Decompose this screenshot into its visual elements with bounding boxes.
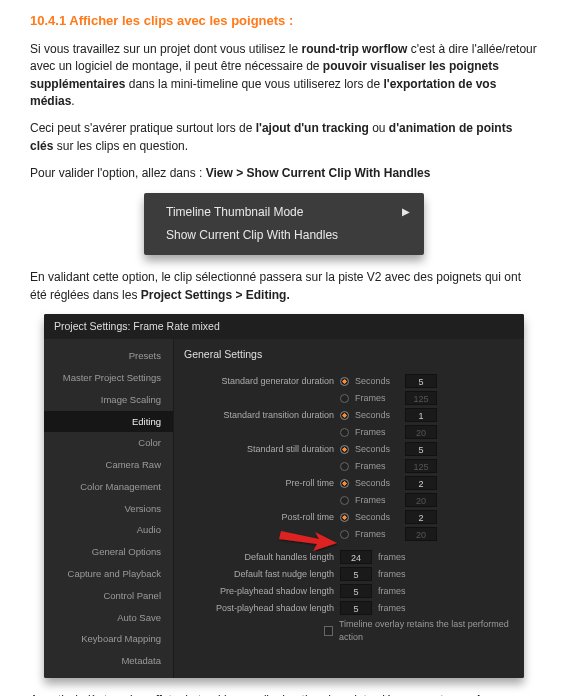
text: dans la mini-timeline que vous utilisere… — [129, 77, 384, 91]
input-std-still-seconds[interactable]: 5 — [405, 442, 437, 456]
unit-seconds: Seconds — [355, 477, 399, 490]
label-post-shadow: Post-playhead shadow length — [184, 602, 334, 615]
submenu-arrow-icon: ▶ — [402, 205, 410, 220]
unit-frames: Frames — [355, 460, 399, 473]
figure-menu-popup: Timeline Thumbnail Mode ▶ Show Current C… — [144, 193, 424, 256]
sidebar-item-color[interactable]: Color — [44, 432, 173, 454]
paragraph-1: Si vous travaillez sur un projet dont vo… — [30, 41, 538, 111]
unit-seconds: Seconds — [355, 375, 399, 388]
unit-frames: frames — [378, 551, 422, 564]
unit-frames: frames — [378, 568, 422, 581]
text: Pour valider l'option, allez dans : — [30, 166, 206, 180]
radio-seconds[interactable] — [340, 411, 349, 420]
menu-item-label: Timeline Thumbnail Mode — [166, 204, 303, 221]
sidebar-item-audio[interactable]: Audio — [44, 519, 173, 541]
menu-path: Project Settings > Editing. — [141, 288, 290, 302]
sidebar-item-control-panel[interactable]: Control Panel — [44, 585, 173, 607]
sidebar-item-camera-raw[interactable]: Camera Raw — [44, 454, 173, 476]
checkbox-timeline-overlay[interactable] — [324, 626, 333, 636]
label-std-transition: Standard transition duration — [184, 409, 334, 422]
unit-seconds: Seconds — [355, 511, 399, 524]
section-heading: 10.4.1 Afficher les clips avec les poign… — [30, 12, 538, 31]
unit-frames: frames — [378, 602, 422, 615]
radio-seconds[interactable] — [340, 445, 349, 454]
input-std-trans-seconds[interactable]: 1 — [405, 408, 437, 422]
menu-path: View > Show Current Clip With Handles — [206, 166, 431, 180]
figure-project-settings: Project Settings: Frame Rate mixed Prese… — [44, 314, 524, 678]
bold-term: l'ajout d'un tracking — [256, 121, 372, 135]
paragraph-3: Pour valider l'option, allez dans : View… — [30, 165, 538, 182]
paragraph-4: En validant cette option, le clip sélect… — [30, 269, 538, 304]
sidebar-item-metadata[interactable]: Metadata — [44, 650, 173, 672]
input-postroll-seconds[interactable]: 2 — [405, 510, 437, 524]
text: . — [71, 94, 74, 108]
radio-seconds[interactable] — [340, 377, 349, 386]
label-std-still: Standard still duration — [184, 443, 334, 456]
sidebar-item-presets[interactable]: Presets — [44, 345, 173, 367]
sidebar-item-color-management[interactable]: Color Management — [44, 476, 173, 498]
settings-section-title: General Settings — [184, 345, 514, 364]
label-pre-shadow: Pre-playhead shadow length — [184, 585, 334, 598]
sidebar-item-capture-and-playback[interactable]: Capture and Playback — [44, 563, 173, 585]
sidebar-item-auto-save[interactable]: Auto Save — [44, 607, 173, 629]
input-std-still-frames: 125 — [405, 459, 437, 473]
sidebar-item-master-project-settings[interactable]: Master Project Settings — [44, 367, 173, 389]
radio-frames[interactable] — [340, 428, 349, 437]
paragraph-2: Ceci peut s'avérer pratique surtout lors… — [30, 120, 538, 155]
text: Si vous travaillez sur un projet dont vo… — [30, 42, 301, 56]
sidebar-item-editing[interactable]: Editing — [44, 411, 173, 433]
input-std-gen-frames: 125 — [405, 391, 437, 405]
menu-item-show-handles[interactable]: Show Current Clip With Handles — [144, 224, 424, 247]
label-fast-nudge: Default fast nudge length — [184, 568, 334, 581]
unit-frames: Frames — [355, 392, 399, 405]
input-std-gen-seconds[interactable]: 5 — [405, 374, 437, 388]
radio-frames[interactable] — [340, 530, 349, 539]
label-postroll: Post-roll time — [184, 511, 334, 524]
input-fast-nudge[interactable]: 5 — [340, 567, 372, 581]
radio-seconds[interactable] — [340, 513, 349, 522]
text: sur les clips en question. — [57, 139, 188, 153]
bold-term: round-trip worflow — [301, 42, 410, 56]
radio-frames[interactable] — [340, 394, 349, 403]
radio-frames[interactable] — [340, 496, 349, 505]
unit-frames: frames — [378, 585, 422, 598]
input-default-handles[interactable]: 24 — [340, 550, 372, 564]
unit-frames: Frames — [355, 494, 399, 507]
settings-title: Project Settings: Frame Rate mixed — [44, 314, 524, 339]
text: Ceci peut s'avérer pratique surtout lors… — [30, 121, 256, 135]
input-postroll-frames: 20 — [405, 527, 437, 541]
settings-sidebar: PresetsMaster Project SettingsImage Scal… — [44, 339, 174, 677]
label-timeline-overlay: Timeline overlay retains the last perfor… — [339, 618, 514, 644]
sidebar-item-general-options[interactable]: General Options — [44, 541, 173, 563]
menu-item-label: Show Current Clip With Handles — [166, 227, 338, 244]
unit-seconds: Seconds — [355, 443, 399, 456]
paragraph-5: A partir de là, tous les effets de track… — [30, 692, 538, 696]
radio-seconds[interactable] — [340, 479, 349, 488]
sidebar-item-image-scaling[interactable]: Image Scaling — [44, 389, 173, 411]
unit-seconds: Seconds — [355, 409, 399, 422]
unit-frames: Frames — [355, 528, 399, 541]
radio-frames[interactable] — [340, 462, 349, 471]
label-std-generator: Standard generator duration — [184, 375, 334, 388]
sidebar-item-versions[interactable]: Versions — [44, 498, 173, 520]
input-preroll-frames: 20 — [405, 493, 437, 507]
label-default-handles: Default handles length — [184, 551, 334, 564]
input-preroll-seconds[interactable]: 2 — [405, 476, 437, 490]
text: ou — [372, 121, 389, 135]
input-std-trans-frames: 20 — [405, 425, 437, 439]
input-pre-shadow[interactable]: 5 — [340, 584, 372, 598]
unit-frames: Frames — [355, 426, 399, 439]
settings-main-panel: General Settings Standard generator dura… — [174, 339, 524, 677]
input-post-shadow[interactable]: 5 — [340, 601, 372, 615]
label-preroll: Pre-roll time — [184, 477, 334, 490]
menu-item-thumbnail-mode[interactable]: Timeline Thumbnail Mode ▶ — [144, 201, 424, 224]
sidebar-item-keyboard-mapping[interactable]: Keyboard Mapping — [44, 628, 173, 650]
